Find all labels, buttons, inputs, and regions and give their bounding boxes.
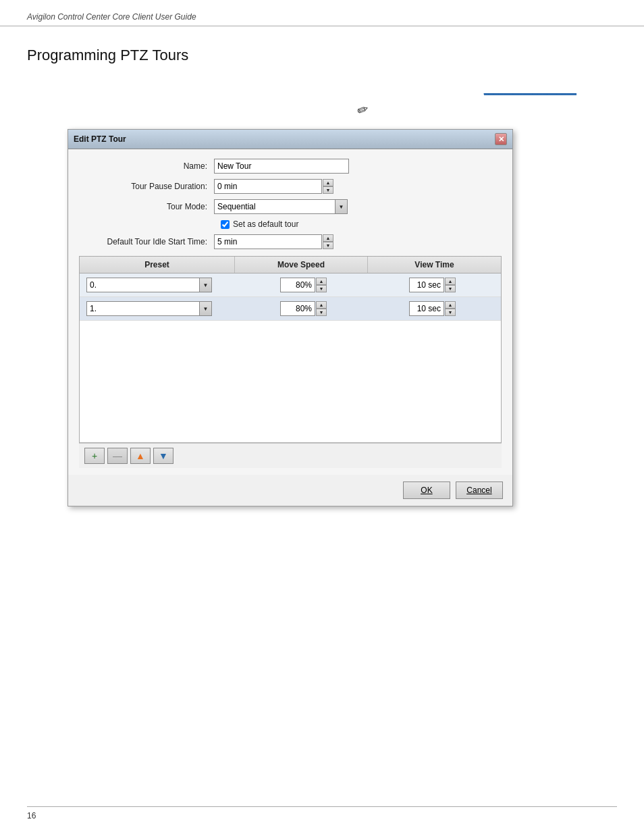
preset-select-1[interactable]: 0. 1. 2.	[86, 301, 200, 316]
pause-up-btn[interactable]: ▲	[323, 179, 333, 186]
speed-cell-0: ▲ ▼	[239, 276, 368, 294]
table-body: 0. 1. 2. ▼ ▲	[80, 273, 501, 442]
idle-spinner-btns: ▲ ▼	[323, 234, 333, 249]
ok-label: OK	[421, 486, 432, 495]
pause-input[interactable]	[214, 179, 322, 194]
viewtime-up-0[interactable]: ▲	[445, 278, 456, 285]
pencil-icon: ✏	[354, 101, 371, 120]
mode-select-arrow[interactable]: ▼	[336, 199, 348, 214]
preset-select-0[interactable]: 0. 1. 2.	[86, 278, 200, 292]
checkbox-row: Set as default tour	[221, 219, 502, 229]
speed-input-0[interactable]	[280, 278, 315, 292]
name-input[interactable]	[214, 159, 349, 174]
page-header: Avigilon Control Center Core Client User…	[0, 0, 644, 26]
header-move-speed: Move Speed	[235, 257, 368, 273]
speed-spinner-0: ▲ ▼	[316, 278, 327, 292]
preset-arrow-1[interactable]: ▼	[200, 301, 212, 316]
speed-cell-1: ▲ ▼	[239, 300, 368, 317]
dialog-footer: OK Cancel	[68, 475, 512, 506]
cancel-label: Cancel	[466, 486, 491, 495]
viewtime-up-1[interactable]: ▲	[445, 301, 456, 309]
pause-down-btn[interactable]: ▼	[323, 186, 333, 194]
table-empty-area	[80, 321, 501, 442]
pencil-area: ✏	[27, 102, 617, 118]
pause-spinner: ▲ ▼	[214, 179, 333, 194]
viewtime-cell-0: ▲ ▼	[368, 276, 497, 294]
idle-row: Default Tour Idle Start Time: ▲ ▼	[79, 234, 502, 249]
ok-button[interactable]: OK	[403, 481, 450, 499]
toolbar: + — ▲ ▼	[79, 443, 502, 468]
edit-ptz-tour-dialog: Edit PTZ Tour ✕ Name: Tour Pause Duratio…	[68, 129, 513, 506]
speed-down-0[interactable]: ▼	[316, 285, 327, 292]
dialog-overlay: Edit PTZ Tour ✕ Name: Tour Pause Duratio…	[27, 129, 617, 506]
viewtime-down-0[interactable]: ▼	[445, 285, 456, 292]
table-header: Preset Move Speed View Time	[80, 257, 501, 273]
default-tour-checkbox[interactable]	[221, 220, 230, 229]
viewtime-input-0[interactable]	[409, 278, 444, 292]
pause-spinner-btns: ▲ ▼	[323, 179, 333, 194]
idle-up-btn[interactable]: ▲	[323, 234, 333, 242]
pause-label: Tour Pause Duration:	[79, 182, 214, 191]
speed-down-1[interactable]: ▼	[316, 309, 327, 316]
pause-row: Tour Pause Duration: ▲ ▼	[79, 179, 502, 194]
preset-arrow-0[interactable]: ▼	[200, 278, 212, 292]
viewtime-spinner-0: ▲ ▼	[445, 278, 456, 292]
mode-row: Tour Mode: Sequential Random ▼	[79, 199, 502, 214]
header-title: Avigilon Control Center Core Client User…	[27, 12, 196, 22]
dialog-titlebar: Edit PTZ Tour ✕	[68, 130, 512, 149]
header-view-time: View Time	[368, 257, 501, 273]
mode-label: Tour Mode:	[79, 202, 214, 211]
table-row: 0. 1. 2. ▼ ▲	[80, 297, 501, 321]
speed-input-1[interactable]	[280, 301, 315, 316]
page-number: 16	[27, 811, 36, 820]
viewtime-input-1[interactable]	[409, 301, 444, 316]
hyperlink[interactable]: ___________________	[484, 84, 576, 95]
header-preset: Preset	[80, 257, 235, 273]
name-label: Name:	[79, 161, 214, 171]
preset-cell-1: 0. 1. 2. ▼	[84, 300, 239, 317]
table-row: 0. 1. 2. ▼ ▲	[80, 273, 501, 297]
add-button[interactable]: +	[84, 448, 105, 464]
move-up-button[interactable]: ▲	[130, 448, 151, 464]
mode-select[interactable]: Sequential Random	[214, 199, 336, 214]
speed-up-0[interactable]: ▲	[316, 278, 327, 285]
remove-button[interactable]: —	[107, 448, 128, 464]
footer-line	[27, 806, 617, 807]
viewtime-spinner-1: ▲ ▼	[445, 301, 456, 316]
name-row: Name:	[79, 159, 502, 174]
idle-spinner: ▲ ▼	[214, 234, 333, 249]
speed-up-1[interactable]: ▲	[316, 301, 327, 309]
close-button[interactable]: ✕	[495, 133, 507, 145]
idle-label: Default Tour Idle Start Time:	[79, 237, 214, 246]
dialog-body: Name: Tour Pause Duration: ▲ ▼	[68, 149, 512, 475]
dialog-title: Edit PTZ Tour	[74, 134, 126, 144]
idle-input[interactable]	[214, 234, 322, 249]
mode-select-group: Sequential Random ▼	[214, 199, 348, 214]
preset-cell-0: 0. 1. 2. ▼	[84, 276, 239, 294]
preset-select-wrap-1: 0. 1. 2. ▼	[86, 301, 221, 316]
viewtime-down-1[interactable]: ▼	[445, 309, 456, 316]
idle-down-btn[interactable]: ▼	[323, 242, 333, 249]
checkbox-label: Set as default tour	[233, 219, 298, 229]
page-content: Programming PTZ Tours __________________…	[0, 26, 644, 527]
preset-table: Preset Move Speed View Time 0. 1.	[79, 256, 502, 443]
page-title: Programming PTZ Tours	[27, 47, 617, 64]
preset-select-wrap-0: 0. 1. 2. ▼	[86, 278, 221, 292]
viewtime-cell-1: ▲ ▼	[368, 300, 497, 317]
speed-spinner-1: ▲ ▼	[316, 301, 327, 316]
cancel-button[interactable]: Cancel	[456, 481, 503, 499]
link-area: ___________________	[27, 84, 617, 95]
move-down-button[interactable]: ▼	[153, 448, 173, 464]
